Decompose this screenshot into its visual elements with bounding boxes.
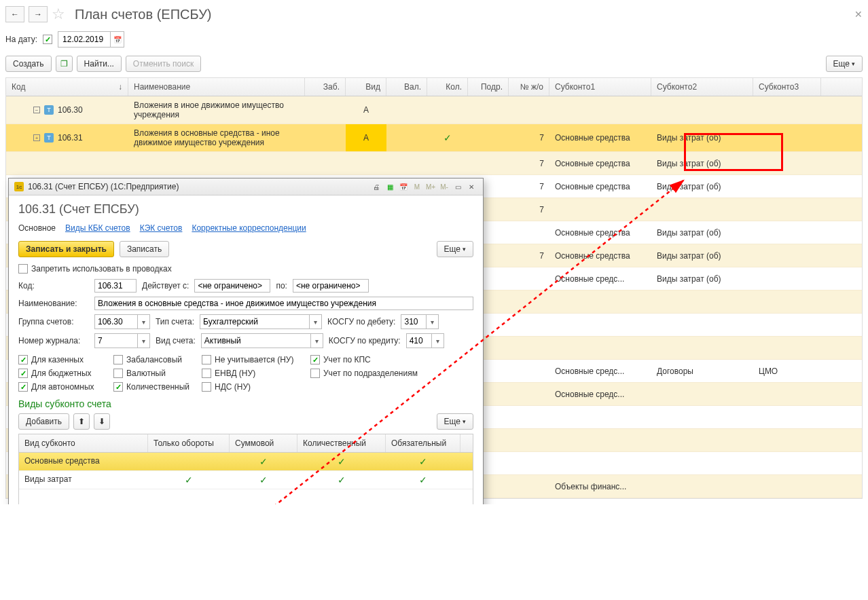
chk-budg[interactable] — [18, 369, 28, 378]
table-row[interactable]: 7 Основные средства Виды затрат (об) — [6, 152, 862, 175]
col-vid[interactable]: Вид — [346, 78, 386, 96]
col-code[interactable]: Код↓ — [6, 78, 128, 96]
calendar-tool-icon[interactable]: 📅 — [397, 181, 410, 192]
tab-kbk[interactable]: Виды КБК счетов — [65, 223, 130, 233]
date-input[interactable] — [58, 33, 110, 46]
window-close-icon[interactable]: ✕ — [465, 181, 477, 192]
chk-envd[interactable] — [202, 369, 211, 378]
subkonto-header: Виды субконто счета — [18, 398, 473, 409]
cancel-find-button: Отменить поиск — [126, 56, 201, 72]
type-input[interactable] — [200, 316, 309, 328]
account-modal: 1с 106.31 (Счет ЕПСБУ) (1С:Предприятие) … — [8, 178, 484, 504]
table-row[interactable]: +T106.31 Вложения в основные средства - … — [6, 124, 862, 152]
expand-icon[interactable]: + — [33, 134, 40, 141]
forbid-label: Запретить использовать в проводках — [31, 264, 172, 274]
from-input[interactable] — [194, 279, 270, 293]
calendar-icon[interactable]: 📅 — [110, 32, 124, 47]
minimize-icon[interactable]: ▭ — [452, 181, 464, 192]
more-button[interactable]: Еще — [826, 56, 863, 72]
col-podr[interactable]: Подр. — [468, 78, 509, 96]
print-icon[interactable]: 🖨 — [370, 181, 382, 192]
tab-main[interactable]: Основное — [18, 223, 56, 233]
col-name[interactable]: Наименование — [128, 78, 305, 96]
date-checkbox[interactable] — [43, 35, 52, 44]
close-icon[interactable]: ✕ — [854, 9, 863, 20]
save-button[interactable]: Записать — [120, 241, 169, 257]
favorite-icon[interactable]: ☆ — [52, 5, 65, 23]
subkonto-row[interactable]: Основные средства✓✓✓ — [19, 453, 473, 471]
subkonto-row[interactable]: Виды затрат✓✓✓✓ — [19, 471, 473, 489]
subkonto-grid: Вид субконто Только обороты Суммовой Кол… — [18, 434, 473, 504]
expand-icon[interactable]: − — [33, 107, 40, 113]
chk-podr[interactable] — [310, 369, 320, 378]
page-title: План счетов (ЕПСБУ) — [75, 7, 212, 22]
vid-input[interactable] — [202, 335, 310, 347]
window-title: 106.31 (Счет ЕПСБУ) (1С:Предприятие) — [28, 182, 179, 191]
col-kol[interactable]: Кол. — [427, 78, 468, 96]
col-sub1[interactable]: Субконто1 — [549, 78, 651, 96]
modal-heading: 106.31 (Счет ЕПСБУ) — [18, 202, 473, 217]
tab-kek[interactable]: КЭК счетов — [140, 223, 183, 233]
create-button[interactable]: Создать — [5, 56, 52, 72]
name-input[interactable] — [94, 297, 473, 310]
col-zab[interactable]: Заб. — [305, 78, 346, 96]
t-icon: T — [44, 105, 54, 115]
to-input[interactable] — [293, 279, 369, 293]
grid-icon[interactable]: ▦ — [384, 181, 396, 192]
m-plus-icon[interactable]: M+ — [424, 181, 437, 192]
table-row[interactable]: −T106.30 Вложения в иное движимое имущес… — [6, 96, 862, 124]
chk-val[interactable] — [113, 369, 123, 378]
group-input[interactable] — [95, 316, 137, 328]
nav-back[interactable]: ← — [5, 6, 24, 22]
code-input[interactable] — [94, 279, 137, 293]
group-select-icon[interactable]: ▾ — [137, 315, 149, 329]
m-minus-icon[interactable]: M- — [438, 181, 450, 192]
app-icon: 1с — [14, 182, 24, 191]
chk-kol[interactable] — [113, 382, 123, 392]
add-subkonto-button[interactable]: Добавить — [18, 413, 69, 430]
nav-forward[interactable]: → — [29, 6, 48, 22]
kosgu-debet-input[interactable] — [401, 316, 426, 328]
move-up-button[interactable]: ⬆ — [73, 413, 90, 430]
copy-button[interactable]: ❐ — [56, 56, 73, 72]
col-num[interactable]: № ж/о — [509, 78, 549, 96]
kosgu-kredit-input[interactable] — [407, 335, 431, 347]
chk-neuch[interactable] — [202, 355, 211, 364]
save-close-button[interactable]: Записать и закрыть — [18, 241, 114, 257]
chk-nds[interactable] — [202, 382, 211, 392]
chk-kaz[interactable] — [18, 355, 28, 364]
chk-avt[interactable] — [18, 382, 28, 392]
tab-korr[interactable]: Корректные корреспонденции — [192, 223, 306, 233]
col-val[interactable]: Вал. — [386, 78, 427, 96]
journal-num-input[interactable] — [95, 335, 137, 347]
chk-kps[interactable] — [310, 355, 320, 364]
forbid-checkbox[interactable] — [18, 264, 28, 274]
move-down-button[interactable]: ⬇ — [94, 413, 110, 430]
m-icon[interactable]: M — [411, 181, 423, 192]
subkonto-more-button[interactable]: Еще — [437, 413, 473, 430]
t-icon: T — [44, 133, 54, 143]
col-sub3[interactable]: Субконто3 — [753, 78, 821, 96]
find-button[interactable]: Найти... — [77, 56, 122, 72]
modal-more-button[interactable]: Еще — [437, 241, 473, 257]
col-sub2[interactable]: Субконто2 — [651, 78, 753, 96]
chk-zab[interactable] — [113, 355, 123, 364]
date-label: На дату: — [5, 35, 37, 44]
